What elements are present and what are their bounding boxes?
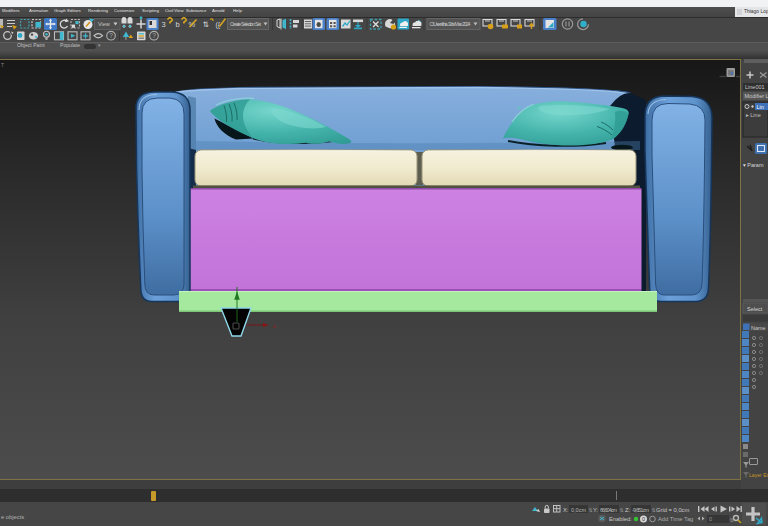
svg-text:0,0cm: 0,0cm — [571, 507, 586, 513]
svg-text:b: b — [176, 20, 180, 29]
svg-text:Grid = 0,0cm: Grid = 0,0cm — [656, 507, 690, 513]
svg-text:Create Selection Set: Create Selection Set — [230, 21, 262, 27]
svg-text:⇅: ⇅ — [203, 20, 210, 29]
svg-text:?: ? — [109, 32, 113, 39]
svg-text:Z:: Z: — [625, 507, 631, 513]
svg-text:Y:: Y: — [593, 507, 599, 513]
svg-text:▸ Line: ▸ Line — [746, 112, 761, 118]
svg-text:Select: Select — [747, 306, 763, 312]
svg-text:X:: X: — [563, 507, 569, 513]
svg-text:0: 0 — [642, 516, 645, 522]
svg-text:0: 0 — [709, 516, 712, 522]
svg-text:Modifier Li: Modifier Li — [745, 93, 768, 99]
svg-text:Add Time Tag: Add Time Tag — [658, 516, 693, 522]
svg-text:▾ Param: ▾ Param — [743, 162, 764, 168]
svg-text:-9,651cm: -9,651cm — [632, 507, 649, 513]
svg-text:View: View — [98, 21, 110, 27]
svg-text:66,604cm: 66,604cm — [600, 507, 617, 513]
svg-text:3: 3 — [162, 20, 166, 29]
svg-text:Line001: Line001 — [745, 84, 765, 90]
svg-text:x: x — [273, 323, 276, 329]
svg-text:?: ? — [152, 32, 156, 39]
svg-text:C:\Users\thia...\3ds Max 2024: C:\Users\thia...\3ds Max 2024 — [430, 21, 471, 27]
svg-text:Enabled:: Enabled: — [609, 516, 632, 522]
svg-text:e objects: e objects — [1, 514, 24, 520]
svg-text:Lin: Lin — [757, 104, 764, 110]
svg-text:⇅: ⇅ — [620, 507, 624, 513]
